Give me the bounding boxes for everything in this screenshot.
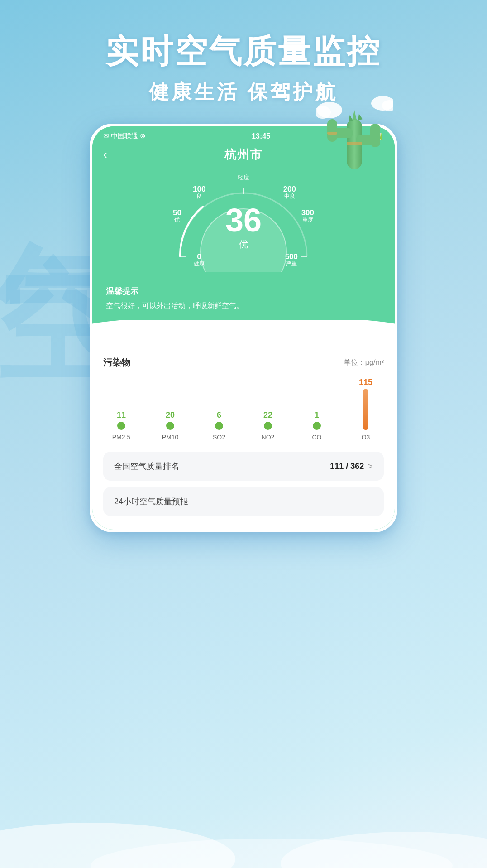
- phone-screen: ✉ 中国联通 ⊜ 13:45 🔋 ‹ 杭州市: [92, 126, 395, 530]
- svg-point-2: [91, 839, 453, 868]
- pollutant-value-co: 1: [315, 410, 319, 420]
- pollutant-dot-so2: [215, 422, 223, 430]
- pollutant-value-so2: 6: [217, 410, 221, 420]
- svg-rect-10: [327, 119, 337, 142]
- aqi-level: 优: [225, 238, 262, 251]
- pollutants-unit: 单位：μg/m³: [344, 358, 384, 367]
- phone-frame: ✉ 中国联通 ⊜ 13:45 🔋 ‹ 杭州市: [90, 124, 397, 532]
- pollutant-dot-pm2.5: [117, 422, 125, 430]
- svg-point-0: [0, 823, 235, 868]
- pollutant-name-label: PM10: [162, 434, 179, 441]
- gauge-section: 轻度 0 健康 50 优 100 良: [92, 168, 395, 286]
- cactus-decoration: [316, 83, 393, 178]
- lower-section: 污染物 单位：μg/m³ 11PM2.520PM106SO222NO21CO11…: [92, 347, 395, 530]
- gauge-label-100: 100 良: [193, 185, 205, 199]
- pollutant-value-pm10: 20: [166, 410, 175, 420]
- pollutant-value-pm2.5: 11: [117, 410, 126, 420]
- pollutant-bar-container: [313, 422, 321, 430]
- city-name: 杭州市: [224, 147, 263, 163]
- pollutant-bar-container: [264, 422, 272, 430]
- pollutants-header: 污染物 单位：μg/m³: [103, 357, 384, 369]
- pollutant-name-label: NO2: [262, 434, 275, 441]
- tip-section: 温馨提示 空气很好，可以外出活动，呼吸新鲜空气。: [92, 286, 395, 320]
- hero-section: 实时空气质量监控 健康生活 保驾护航: [0, 0, 487, 106]
- svg-marker-16: [349, 115, 353, 121]
- tip-text: 空气很好，可以外出活动，呼吸新鲜空气。: [106, 300, 381, 311]
- phone-container: ✉ 中国联通 ⊜ 13:45 🔋 ‹ 杭州市: [90, 124, 397, 532]
- pollutants-title: 污染物: [103, 357, 130, 369]
- pollutant-bar-container: [363, 389, 368, 430]
- hero-title: 实时空气质量监控: [0, 32, 487, 71]
- status-carrier: ✉ 中国联通 ⊜: [103, 132, 146, 140]
- pollutant-bar-o3: [363, 389, 368, 430]
- hero-subtitle: 健康生活 保驾护航: [0, 79, 487, 106]
- pollutant-name-label: SO2: [213, 434, 225, 441]
- pollutant-dot-no2: [264, 422, 272, 430]
- svg-rect-14: [327, 132, 337, 135]
- ranking-label: 全国空气质量排名: [114, 461, 179, 472]
- pollutant-item-pm2.5: 11PM2.5: [108, 410, 135, 441]
- aqi-value: 36: [225, 204, 262, 236]
- pollutant-item-pm10: 20PM10: [157, 410, 184, 441]
- pollutant-item-co: 1CO: [303, 410, 330, 441]
- tip-title: 温馨提示: [106, 286, 381, 297]
- svg-rect-13: [347, 142, 362, 145]
- pollutant-dot-co: [313, 422, 321, 430]
- pollutant-name-label: CO: [312, 434, 322, 441]
- gauge-label-0: 0 健康: [194, 253, 205, 267]
- ranking-card[interactable]: 全国空气质量排名 111 / 362 >: [103, 452, 384, 481]
- wave-divider: [92, 320, 395, 347]
- gauge-label-500: 500 严重: [285, 253, 298, 267]
- svg-marker-17: [358, 114, 363, 121]
- gauge-label-200: 200 中度: [283, 185, 296, 199]
- pollutant-name-label: PM2.5: [112, 434, 130, 441]
- pollutant-value-o3: 115: [359, 378, 372, 387]
- pollutant-item-so2: 6SO2: [205, 410, 233, 441]
- ranking-chevron: >: [368, 461, 373, 472]
- pollutant-bar-container: [117, 422, 125, 430]
- gauge-label-50: 50 优: [173, 209, 181, 223]
- gauge-label-300: 300 重度: [301, 209, 314, 223]
- bottom-clouds: [0, 786, 487, 868]
- svg-point-1: [281, 832, 487, 868]
- forecast-label: 24小时空气质量预报: [114, 496, 373, 507]
- pollutant-item-no2: 22NO2: [254, 410, 282, 441]
- back-button[interactable]: ‹: [103, 148, 107, 162]
- gauge-wrapper: 轻度 0 健康 50 优 100 良: [167, 173, 320, 272]
- svg-rect-12: [370, 124, 380, 147]
- ranking-value: 111 / 362 >: [330, 461, 373, 472]
- aqi-center: 36 优: [225, 204, 262, 251]
- pollutant-bar-container: [166, 422, 174, 430]
- gauge-label-top: 轻度: [238, 174, 249, 182]
- pollutant-name-label: O3: [362, 434, 370, 441]
- pollutant-bar-container: [215, 422, 223, 430]
- svg-marker-15: [352, 110, 357, 120]
- status-time: 13:45: [252, 132, 270, 140]
- pollutant-item-o3: 115O3: [352, 378, 379, 441]
- pollutant-dot-pm10: [166, 422, 174, 430]
- forecast-card[interactable]: 24小时空气质量预报: [103, 487, 384, 516]
- pollutant-value-no2: 22: [263, 410, 272, 420]
- pollutants-grid: 11PM2.520PM106SO222NO21CO115O3: [103, 378, 384, 441]
